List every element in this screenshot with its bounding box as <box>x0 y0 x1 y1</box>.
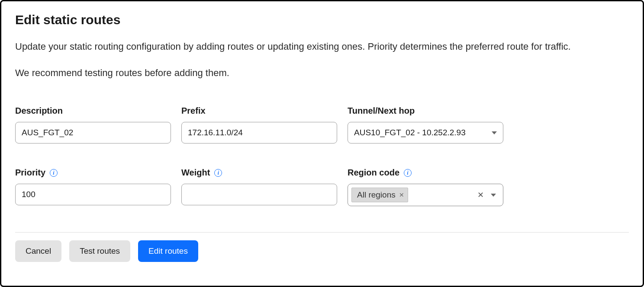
description-input[interactable] <box>15 122 171 144</box>
edit-routes-button[interactable]: Edit routes <box>138 240 198 262</box>
region-chip: All regions ✕ <box>351 188 408 202</box>
prefix-field: Prefix <box>181 106 337 144</box>
separator <box>15 232 629 233</box>
prefix-input[interactable] <box>181 122 337 144</box>
weight-input[interactable] <box>181 184 337 205</box>
priority-field: Priority i <box>15 168 171 206</box>
tunnel-label: Tunnel/Next hop <box>348 106 503 116</box>
region-chip-label: All regions <box>357 190 396 200</box>
tunnel-value: AUS10_FGT_02 - 10.252.2.93 <box>354 128 492 137</box>
test-routes-button[interactable]: Test routes <box>69 240 130 262</box>
info-icon[interactable]: i <box>214 169 222 177</box>
info-icon[interactable]: i <box>404 169 412 177</box>
form-grid: Description Prefix Tunnel/Next hop AUS10… <box>15 106 629 206</box>
chevron-down-icon <box>492 131 497 134</box>
priority-label: Priority <box>15 168 45 178</box>
weight-label: Weight <box>181 168 210 178</box>
cancel-button[interactable]: Cancel <box>15 240 61 262</box>
priority-label-row: Priority i <box>15 168 171 178</box>
description-label: Description <box>15 106 171 116</box>
weight-label-row: Weight i <box>181 168 337 178</box>
info-icon[interactable]: i <box>50 169 58 177</box>
recommend-text: We recommend testing routes before addin… <box>15 66 629 80</box>
region-label: Region code <box>348 168 399 178</box>
weight-field: Weight i <box>181 168 337 206</box>
chevron-down-icon <box>491 194 496 197</box>
region-label-row: Region code i <box>348 168 503 178</box>
button-row: Cancel Test routes Edit routes <box>15 240 629 262</box>
description-field: Description <box>15 106 171 144</box>
intro-text: Update your static routing configuration… <box>15 39 629 54</box>
region-select[interactable]: All regions ✕ ✕ <box>348 184 503 206</box>
close-icon[interactable]: ✕ <box>399 192 404 198</box>
region-field: Region code i All regions ✕ ✕ <box>348 168 503 206</box>
tunnel-select[interactable]: AUS10_FGT_02 - 10.252.2.93 <box>348 122 503 144</box>
prefix-label: Prefix <box>181 106 337 116</box>
page-title: Edit static routes <box>15 13 629 27</box>
priority-input[interactable] <box>15 184 171 205</box>
tunnel-field: Tunnel/Next hop AUS10_FGT_02 - 10.252.2.… <box>348 106 503 144</box>
clear-icon[interactable]: ✕ <box>475 191 486 199</box>
